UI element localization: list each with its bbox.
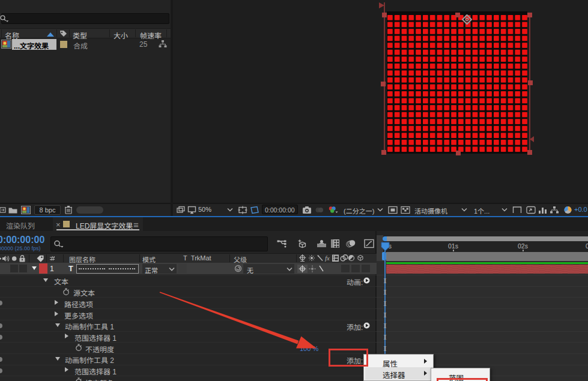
svg-text:fx: fx — [325, 254, 330, 262]
